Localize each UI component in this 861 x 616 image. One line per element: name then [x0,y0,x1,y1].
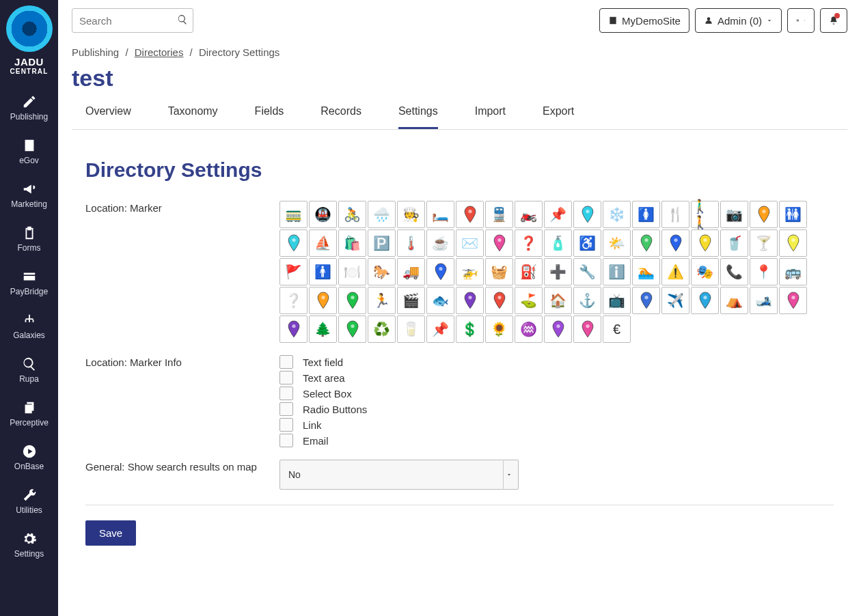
marker-option[interactable]: 🅿️ [368,229,396,257]
save-button[interactable]: Save [85,520,136,546]
marker-option[interactable]: ♒ [515,316,543,343]
marker-option[interactable]: 🚇 [309,201,337,228]
marker-option[interactable]: ℹ️ [603,258,631,285]
marker-option[interactable]: 🥤 [720,229,748,257]
marker-option[interactable]: 🏍️ [515,201,543,228]
marker-option[interactable]: ⚓ [573,287,601,314]
search-button[interactable] [177,14,188,27]
tab-settings[interactable]: Settings [398,96,438,129]
marker-option[interactable]: 📞 [720,258,748,285]
marker-option[interactable]: 🚺 [632,201,660,228]
marker-option[interactable]: ✈️ [661,287,689,314]
marker-option[interactable]: 🚶‍♂️🚶 [691,201,719,228]
marker-info-option[interactable]: Text area [279,371,834,384]
search-input[interactable] [72,8,193,33]
marker-option[interactable]: 🌲 [309,316,337,343]
marker-option[interactable]: 💲 [456,316,484,343]
sidebar-item-onbase[interactable]: OnBase [0,434,58,478]
storage-menu[interactable] [787,8,815,33]
tab-fields[interactable]: Fields [255,96,284,129]
sidebar-item-perceptive[interactable]: Perceptive [0,391,58,434]
crumb-publishing[interactable]: Publishing [72,46,119,58]
marker-option[interactable] [279,229,308,257]
marker-option[interactable]: ♻️ [368,316,396,343]
checkbox[interactable] [279,418,293,432]
marker-option[interactable] [309,287,337,314]
marker-option[interactable] [632,229,660,257]
marker-option[interactable]: 📌 [544,201,572,228]
marker-option[interactable] [456,287,484,314]
marker-option[interactable] [632,287,660,314]
marker-info-option[interactable]: Text field [279,355,834,369]
marker-option[interactable] [279,316,308,343]
checkbox[interactable] [279,434,293,447]
marker-option[interactable]: ♿ [573,229,601,257]
marker-option[interactable]: 🚴 [338,201,366,228]
marker-option[interactable]: 🛍️ [338,229,366,257]
tab-export[interactable]: Export [543,96,574,129]
crumb-directories[interactable]: Directories [135,46,184,58]
sidebar-item-forms[interactable]: Forms [0,216,58,260]
marker-option[interactable] [779,229,807,257]
marker-option[interactable]: 🌤️ [603,229,631,257]
marker-option[interactable] [338,316,366,343]
marker-option[interactable]: ✉️ [456,229,484,257]
sidebar-item-settings[interactable]: Settings [0,522,58,565]
marker-option[interactable]: ⚠️ [661,258,689,285]
marker-option[interactable] [456,201,484,228]
marker-option[interactable]: 🍽️ [338,258,366,285]
marker-option[interactable] [338,287,366,314]
marker-option[interactable] [544,316,572,343]
marker-option[interactable]: 🛏️ [426,201,454,228]
sidebar-item-rupa[interactable]: Rupa [0,347,58,391]
marker-option[interactable]: ❓ [515,229,543,257]
marker-option[interactable]: 🥛 [397,316,425,343]
notifications[interactable] [820,8,847,33]
marker-option[interactable]: 🚁 [456,258,484,285]
marker-info-option[interactable]: Email [279,434,834,447]
marker-option[interactable]: 🚌 [779,258,807,285]
marker-option[interactable] [573,201,601,228]
marker-option[interactable] [779,287,807,314]
site-switcher[interactable]: MyDemoSite [599,8,689,33]
checkbox[interactable] [279,355,293,369]
sidebar-item-galaxies[interactable]: Galaxies [0,303,58,347]
tab-records[interactable]: Records [320,96,361,129]
marker-option[interactable]: 🚹 [309,258,337,285]
marker-option[interactable]: 🎬 [397,287,425,314]
marker-option[interactable]: 📌 [426,316,454,343]
marker-option[interactable]: 🚃 [279,201,308,228]
marker-option[interactable]: ⛽ [515,258,543,285]
marker-option[interactable]: ⛺ [720,287,748,314]
marker-info-option[interactable]: Link [279,418,834,432]
marker-option[interactable]: 🚩 [279,258,308,285]
search-results-select[interactable]: No [279,460,519,490]
marker-option[interactable]: 🍸 [750,229,778,257]
marker-option[interactable]: 🌧️ [368,201,396,228]
marker-option[interactable]: 🐟 [426,287,454,314]
user-menu[interactable]: Admin (0) [695,8,782,33]
marker-option[interactable]: 🌻 [485,316,513,343]
marker-option[interactable] [485,229,513,257]
marker-option[interactable]: 📺 [603,287,631,314]
sidebar-item-publishing[interactable]: Publishing [0,85,58,128]
marker-option[interactable]: ☕ [426,229,454,257]
marker-option[interactable] [485,287,513,314]
marker-option[interactable]: 📷 [720,201,748,228]
marker-option[interactable]: 🧺 [485,258,513,285]
marker-option[interactable]: ❔ [279,287,308,314]
marker-option[interactable]: ⛵ [309,229,337,257]
marker-option[interactable]: ➕ [544,258,572,285]
marker-option[interactable]: 🏃 [368,287,396,314]
sidebar-item-utilities[interactable]: Utilities [0,478,58,522]
sidebar-item-egov[interactable]: eGov [0,128,58,172]
marker-option[interactable] [691,229,719,257]
marker-info-option[interactable]: Select Box [279,387,834,400]
marker-option[interactable]: 🏠 [544,287,572,314]
marker-option[interactable]: 🚻 [779,201,807,228]
marker-option[interactable]: 🧑‍🍳 [397,201,425,228]
marker-option[interactable]: ❄️ [603,201,631,228]
tab-overview[interactable]: Overview [85,96,131,129]
marker-option[interactable] [750,201,778,228]
checkbox[interactable] [279,371,293,384]
